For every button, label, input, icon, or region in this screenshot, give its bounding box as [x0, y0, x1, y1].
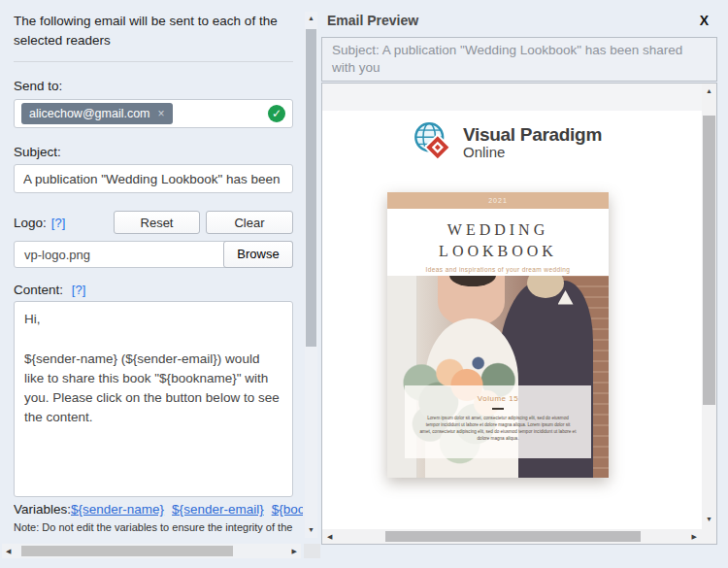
send-to-input[interactable]: alicechow@gmail.com × ✓	[14, 99, 293, 128]
preview-scroll-right-icon[interactable]: ▶	[692, 533, 697, 540]
cover-title-line2: LOOKBOOK	[387, 241, 609, 262]
preview-vertical-scrollbar[interactable]: ▲ ▼	[702, 84, 716, 529]
recipient-email: alicechow@gmail.com	[29, 107, 150, 120]
cover-title-line1: WEDDING	[387, 219, 609, 241]
scroll-left-icon[interactable]: ◀	[6, 548, 11, 554]
remove-recipient-icon[interactable]: ×	[158, 107, 165, 120]
logo-label: Logo:	[14, 216, 47, 230]
preview-subject-box: Subject: A publication "Wedding Lookbook…	[321, 37, 717, 82]
browse-button[interactable]: Browse	[223, 241, 293, 268]
variable-bookname-link[interactable]: ${bookname}	[272, 502, 303, 517]
variable-sender-email-link[interactable]: ${sender-email}	[172, 502, 264, 517]
logo-help-icon[interactable]: [?]	[51, 216, 65, 230]
logo-text-line1: Visual Paradigm	[463, 125, 602, 145]
cover-year: 2021	[387, 192, 609, 209]
preview-vscroll-thumb[interactable]	[703, 116, 715, 405]
reset-button[interactable]: Reset	[114, 211, 200, 234]
valid-check-icon: ✓	[268, 105, 285, 122]
content-label-row: Content: [?]	[14, 283, 303, 297]
preview-scrollbar-corner	[702, 529, 716, 544]
content-textarea[interactable]: Hi, ${sender-name} (${sender-email}) wou…	[14, 301, 293, 497]
logo-file-input[interactable]: vp-logo.png Browse	[14, 241, 293, 268]
share-email-dialog: The following email will be sent to each…	[0, 0, 728, 568]
variables-row: Variables:${sender-name}${sender-email}$…	[14, 502, 303, 517]
recipient-tag: alicechow@gmail.com ×	[21, 103, 173, 124]
scroll-right-icon[interactable]: ▶	[292, 548, 297, 554]
wedding-lookbook-cover: 2021 WEDDING LOOKBOOK Ideas and inspirat…	[387, 192, 609, 478]
cover-body-text: Lorem ipsum dolor sit amet, consectetur …	[420, 415, 577, 442]
subject-input[interactable]	[14, 164, 293, 193]
preview-horizontal-scrollbar[interactable]: ◀ ▶	[322, 529, 702, 544]
cover-photo: Volume 15 Lorem ipsum dolor sit amet, co…	[387, 276, 609, 478]
close-icon[interactable]: X	[700, 13, 709, 28]
divider	[14, 61, 293, 62]
content-help-icon[interactable]: [?]	[72, 283, 85, 297]
logo-text-line2: Online	[463, 145, 602, 161]
note-text: Note: Do not edit the variables to ensur…	[14, 521, 303, 533]
form-vscroll-thumb[interactable]	[306, 29, 316, 347]
clear-button[interactable]: Clear	[206, 211, 293, 234]
form-horizontal-scrollbar[interactable]: ◀ ▶	[2, 544, 301, 558]
email-form-panel: The following email will be sent to each…	[0, 0, 303, 568]
preview-scroll-area[interactable]: Visual Paradigm Online 2021 WEDDING LOOK…	[321, 83, 717, 545]
cover-title-block: WEDDING LOOKBOOK Ideas and inspirations …	[387, 209, 609, 276]
cover-overlay-box: Volume 15 Lorem ipsum dolor sit amet, co…	[405, 385, 591, 458]
form-hscroll-thumb[interactable]	[21, 546, 233, 556]
preview-header: Email Preview X	[327, 13, 714, 28]
send-to-label: Send to:	[14, 79, 303, 93]
scroll-up-icon[interactable]: ▲	[305, 12, 317, 24]
form-vertical-scrollbar[interactable]: ▲ ▼	[305, 12, 317, 538]
intro-text: The following email will be sent to each…	[14, 12, 297, 50]
preview-title: Email Preview	[327, 13, 418, 28]
preview-hscroll-thumb[interactable]	[385, 531, 641, 542]
variables-label: Variables:	[14, 502, 71, 517]
email-preview-panel: Email Preview X Subject: A publication "…	[321, 0, 718, 568]
cover-divider	[492, 408, 504, 410]
variable-sender-name-link[interactable]: ${sender-name}	[71, 502, 164, 517]
cover-subtitle: Ideas and inspirations of your dream wed…	[387, 266, 609, 273]
preview-scroll-up-icon[interactable]: ▲	[702, 84, 716, 98]
scrollbar-corner	[304, 544, 320, 558]
visual-paradigm-logo: Visual Paradigm Online	[412, 120, 602, 165]
subject-label: Subject:	[14, 145, 303, 159]
logo-filename: vp-logo.png	[15, 248, 223, 262]
cover-volume: Volume 15	[405, 394, 591, 403]
vp-globe-diamond-icon	[412, 120, 456, 165]
preview-scroll-down-icon[interactable]: ▼	[702, 512, 716, 526]
preview-scroll-left-icon[interactable]: ◀	[327, 533, 332, 540]
logo-row: Logo: [?] Reset Clear	[14, 211, 293, 234]
content-label: Content:	[14, 283, 63, 297]
scroll-down-icon[interactable]: ▼	[305, 523, 317, 536]
email-body: Visual Paradigm Online 2021 WEDDING LOOK…	[322, 111, 702, 529]
